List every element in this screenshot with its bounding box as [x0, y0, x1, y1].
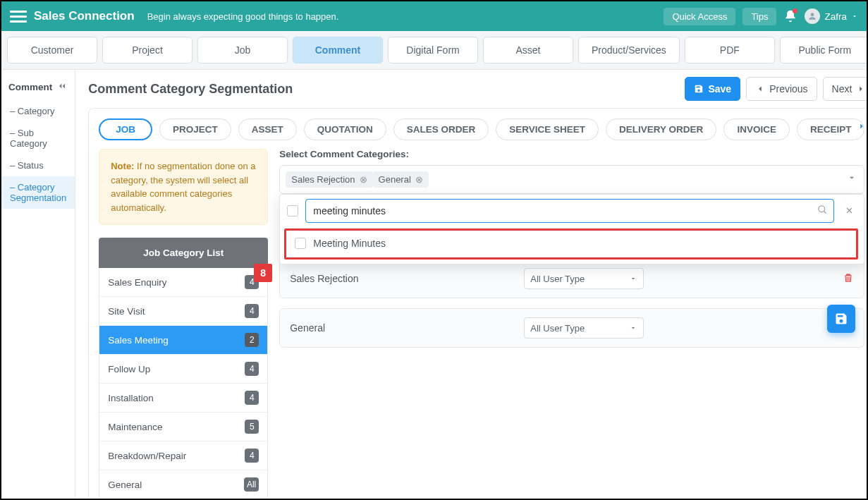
chip-sales-rejection[interactable]: Sales Rejection ⊗	[286, 171, 372, 188]
note-box: Note: If no segmentation done on a categ…	[99, 149, 268, 225]
seg-pill-service-sheet[interactable]: SERVICE SHEET	[496, 118, 599, 140]
chip-general[interactable]: General ⊗	[373, 171, 429, 188]
page-title: Comment Category Segmentation	[88, 82, 293, 97]
seg-pill-quotation[interactable]: QUOTATION	[304, 118, 386, 140]
user-menu[interactable]: Zafra	[805, 8, 858, 24]
category-item-label: Sales Enquiry	[108, 277, 166, 288]
seg-pill-sales-order[interactable]: SALES ORDER	[393, 118, 489, 140]
category-item-label: General	[108, 480, 142, 490]
select-categories-label: Select Comment Categories:	[279, 149, 864, 159]
sidebar-item-category[interactable]: – Category	[1, 100, 75, 122]
tab-project[interactable]: Project	[102, 37, 192, 63]
chevron-down-icon[interactable]	[847, 173, 857, 185]
tagline: Begin always expecting good things to ha…	[147, 11, 339, 22]
chevron-down-icon	[629, 324, 637, 332]
bell-icon[interactable]	[783, 9, 797, 23]
note-prefix: Note:	[111, 161, 134, 171]
category-item-badge: All	[244, 477, 259, 492]
sidebar-item-status[interactable]: – Status	[1, 154, 75, 176]
dropdown-option-label: Meeting Minutes	[313, 238, 386, 249]
category-item-sales-meeting[interactable]: Sales Meeting2	[99, 326, 267, 355]
tab-public-form[interactable]: Public Form	[780, 37, 868, 63]
chevron-down-icon	[851, 13, 858, 20]
brand-name: Sales Connection	[34, 9, 135, 23]
tab-product-services[interactable]: Product/Services	[578, 37, 680, 63]
category-item-site-visit[interactable]: Site Visit4	[99, 297, 267, 326]
tab-customer[interactable]: Customer	[7, 37, 97, 63]
search-icon	[817, 205, 828, 217]
chip-remove-icon[interactable]: ⊗	[415, 174, 423, 185]
category-item-breakdown-repair[interactable]: Breakdown/Repair4	[99, 441, 267, 470]
category-item-label: Installation	[108, 393, 154, 403]
category-item-sales-enquiry[interactable]: Sales Enquiry4	[99, 268, 267, 297]
chevron-down-icon	[629, 274, 637, 283]
category-item-label: Breakdown/Repair	[108, 451, 186, 461]
quick-access-button[interactable]: Quick Access	[664, 8, 735, 25]
assigned-row: GeneralAll User Type	[279, 308, 864, 348]
user-type-select[interactable]: All User Type	[524, 268, 644, 289]
select-all-checkbox[interactable]	[287, 205, 298, 217]
category-item-follow-up[interactable]: Follow Up4	[99, 355, 267, 384]
save-button[interactable]: Save	[685, 77, 740, 101]
seg-pill-job[interactable]: JOB	[99, 118, 152, 140]
option-checkbox[interactable]	[295, 238, 306, 249]
highlighted-option-frame: Meeting Minutes	[284, 228, 858, 260]
category-item-badge: 4	[245, 304, 259, 318]
selected-categories-box[interactable]: Sales Rejection ⊗General ⊗	[279, 165, 864, 194]
step-badge: 8	[254, 264, 272, 282]
tab-asset[interactable]: Asset	[483, 37, 573, 63]
chip-label: General	[379, 174, 411, 185]
chevron-right-icon	[856, 84, 866, 94]
menu-icon[interactable]	[10, 8, 27, 25]
category-item-label: Maintenance	[108, 422, 162, 432]
sidebar-item-category-segmentation[interactable]: – Category Segmentation	[1, 176, 75, 209]
user-type-select[interactable]: All User Type	[524, 317, 644, 339]
sidebar-title: Comment	[8, 82, 52, 92]
previous-button-label: Previous	[769, 83, 807, 94]
next-button[interactable]: Next	[823, 77, 868, 101]
category-item-maintenance[interactable]: Maintenance5	[99, 413, 267, 441]
previous-button[interactable]: Previous	[746, 77, 817, 101]
category-item-badge: 4	[245, 449, 259, 463]
trash-icon[interactable]	[843, 272, 854, 286]
tips-button[interactable]: Tips	[742, 8, 776, 25]
chip-label: Sales Rejection	[291, 174, 355, 185]
assigned-row-name: General	[290, 322, 515, 334]
category-item-general[interactable]: GeneralAll	[99, 470, 267, 499]
dropdown-option-meeting-minutes[interactable]: Meeting Minutes	[286, 231, 856, 257]
category-item-installation[interactable]: Installation4	[99, 384, 267, 413]
category-item-badge: 4	[245, 391, 259, 405]
search-input[interactable]	[313, 205, 817, 217]
tab-pdf[interactable]: PDF	[685, 37, 775, 63]
seg-pill-project[interactable]: PROJECT	[159, 118, 231, 140]
close-icon[interactable]: ×	[841, 201, 857, 221]
assigned-row: Sales RejectionAll User Type	[279, 259, 864, 298]
save-icon	[834, 312, 848, 326]
next-button-label: Next	[832, 83, 852, 94]
category-item-label: Sales Meeting	[108, 335, 169, 346]
category-item-label: Site Visit	[108, 306, 145, 317]
chip-remove-icon[interactable]: ⊗	[360, 174, 367, 185]
category-list-title: Job Category List	[99, 238, 268, 268]
seg-pill-invoice[interactable]: INVOICE	[723, 118, 790, 140]
select-value: All User Type	[530, 323, 585, 334]
pill-scroll-right[interactable]	[855, 121, 868, 133]
save-button-label: Save	[708, 83, 731, 94]
category-item-label: Follow Up	[108, 364, 150, 374]
category-dropdown: × Meeting Minutes	[279, 194, 864, 264]
tab-digital-form[interactable]: Digital Form	[388, 37, 478, 63]
category-item-badge: 4	[245, 362, 259, 376]
tab-comment[interactable]: Comment	[293, 37, 383, 63]
sidebar-item-sub-category[interactable]: – Sub Category	[1, 122, 75, 154]
seg-pill-asset[interactable]: ASSET	[238, 118, 297, 140]
select-value: All User Type	[530, 274, 585, 284]
username: Zafra	[824, 11, 847, 22]
sidebar-collapse-icon[interactable]	[56, 81, 68, 93]
assigned-row-name: Sales Rejection	[290, 273, 515, 284]
category-item-badge: 5	[245, 420, 259, 434]
search-input-wrap[interactable]	[305, 199, 834, 223]
tab-job[interactable]: Job	[197, 37, 288, 63]
fab-save-button[interactable]	[827, 305, 855, 333]
category-item-badge: 2	[245, 333, 259, 347]
seg-pill-delivery-order[interactable]: DELIVERY ORDER	[606, 118, 716, 140]
